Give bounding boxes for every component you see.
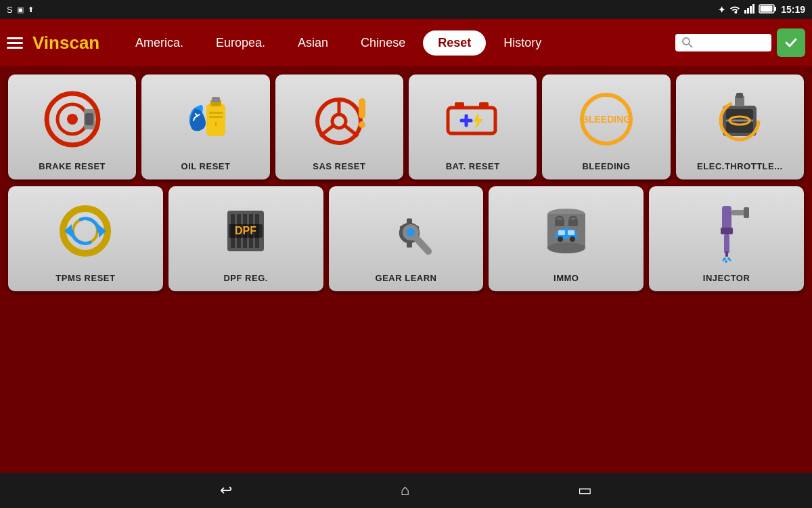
tab-europea[interactable]: Europea. (201, 30, 280, 56)
svg-rect-27 (455, 102, 464, 109)
tab-history[interactable]: History (489, 30, 556, 56)
app-title: Vinscan (32, 33, 107, 54)
svg-point-7 (683, 38, 690, 45)
svg-rect-0 (744, 10, 746, 14)
hamburger-menu[interactable] (7, 37, 23, 49)
tab-america[interactable]: America. (120, 30, 198, 56)
tile-dpf-reg-label: DPF REG. (223, 273, 267, 283)
svg-point-61 (407, 228, 415, 236)
sas-reset-icon (279, 81, 399, 157)
svg-rect-75 (724, 234, 729, 253)
svg-text:BLEEDING: BLEEDING (582, 114, 631, 125)
tab-reset[interactable]: Reset (423, 30, 486, 56)
bottom-nav: ↩ ⌂ ▭ (0, 473, 812, 508)
svg-rect-73 (722, 206, 731, 230)
svg-rect-17 (209, 112, 223, 114)
search-box[interactable] (675, 34, 771, 51)
svg-rect-55 (407, 241, 412, 248)
tile-bat-reset-label: BAT. RESET (446, 161, 500, 171)
tile-brake-reset-label: BRAKE RESET (39, 161, 106, 171)
nav-bar: Vinscan America. Europea. Asian Chinese … (0, 19, 812, 66)
svg-rect-74 (721, 228, 733, 234)
svg-rect-39 (736, 93, 743, 98)
svg-rect-3 (752, 4, 754, 14)
nav-tabs: America. Europea. Asian Chinese Reset Hi… (120, 30, 669, 56)
tile-oil-reset-label: OIL RESET (181, 161, 231, 171)
skype-icon: S (7, 5, 13, 15)
tile-oil-reset[interactable]: OIL RESET (141, 75, 269, 179)
search-icon (682, 37, 693, 48)
home-button[interactable]: ⌂ (387, 476, 423, 505)
svg-rect-16 (212, 97, 220, 102)
brake-reset-icon (12, 81, 132, 157)
svg-rect-2 (750, 6, 752, 14)
svg-point-25 (359, 121, 365, 128)
svg-line-22 (320, 125, 334, 136)
sd-icon: ▣ (17, 5, 24, 14)
signal-icon (744, 4, 755, 16)
tile-sas-reset-label: SAS RESET (313, 161, 365, 171)
tile-immo[interactable]: IMMO (489, 186, 644, 291)
svg-rect-24 (359, 98, 365, 119)
time-display: 15:19 (781, 4, 805, 15)
tile-injector[interactable]: INJECTOR (649, 186, 804, 291)
tile-bat-reset[interactable]: BAT. RESET (409, 75, 537, 179)
svg-rect-5 (774, 7, 776, 11)
svg-point-83 (729, 259, 731, 261)
wifi-icon (729, 4, 740, 16)
tile-bleeding[interactable]: BLEEDING BLEEDING (542, 75, 670, 179)
svg-rect-28 (479, 102, 489, 109)
svg-rect-54 (407, 218, 412, 225)
svg-point-20 (332, 114, 346, 128)
tab-asian[interactable]: Asian (283, 30, 343, 56)
recents-button[interactable]: ▭ (564, 476, 606, 505)
tile-gear-learn-label: GEAR LEARN (376, 273, 437, 283)
svg-rect-67 (558, 230, 565, 235)
svg-rect-76 (725, 251, 728, 257)
svg-rect-78 (744, 207, 749, 218)
tile-injector-label: INJECTOR (703, 273, 750, 283)
search-input[interactable] (697, 37, 765, 49)
status-icons-left: S ▣ ⬆ (7, 5, 34, 15)
injector-icon (653, 193, 800, 269)
status-bar: S ▣ ⬆ ✦ 15:19 (0, 0, 812, 19)
tile-elec-throttle[interactable]: ELEC.THROTTLE... (676, 75, 804, 179)
svg-point-11 (67, 114, 78, 125)
status-icons-right: ✦ 15:19 (718, 4, 805, 16)
gear-learn-icon (333, 193, 480, 269)
main-content: BRAKE RESET (0, 66, 812, 473)
tile-gear-learn[interactable]: GEAR LEARN (329, 186, 484, 291)
bleeding-icon: BLEEDING (546, 81, 666, 157)
tile-immo-label: IMMO (554, 273, 579, 283)
tile-bleeding-label: BLEEDING (582, 161, 630, 171)
immo-icon (493, 193, 639, 269)
battery-icon (759, 4, 777, 16)
tile-elec-throttle-label: ELEC.THROTTLE... (697, 161, 782, 171)
tile-tpms-reset[interactable]: TPMS RESET (8, 186, 163, 291)
svg-rect-18 (209, 116, 223, 118)
svg-rect-13 (85, 113, 93, 125)
tile-tpms-reset-label: TPMS RESET (55, 273, 115, 283)
tile-grid-row1: BRAKE RESET (8, 75, 804, 179)
bluetooth-icon: ✦ (718, 5, 725, 15)
tile-grid-row2: TPMS RESET DPF DPF REG. (8, 186, 804, 291)
upload-icon: ⬆ (28, 5, 34, 14)
dpf-reg-icon: DPF (173, 193, 319, 269)
bat-reset-icon (413, 81, 533, 157)
tpms-reset-icon (12, 193, 159, 269)
svg-point-82 (722, 259, 724, 261)
tile-sas-reset[interactable]: SAS RESET (275, 75, 403, 179)
back-button[interactable]: ↩ (206, 476, 246, 505)
svg-line-23 (344, 125, 358, 136)
svg-point-81 (725, 260, 727, 263)
svg-text:DPF: DPF (235, 225, 256, 236)
tile-brake-reset[interactable]: BRAKE RESET (8, 75, 136, 179)
svg-point-70 (570, 236, 575, 242)
svg-point-64 (547, 242, 585, 253)
check-button[interactable] (777, 28, 805, 57)
tab-chinese[interactable]: Chinese (346, 30, 420, 56)
tile-dpf-reg[interactable]: DPF DPF REG. (168, 186, 323, 291)
svg-rect-1 (747, 8, 749, 14)
oil-reset-icon (145, 81, 265, 157)
elec-throttle-icon (680, 81, 800, 157)
